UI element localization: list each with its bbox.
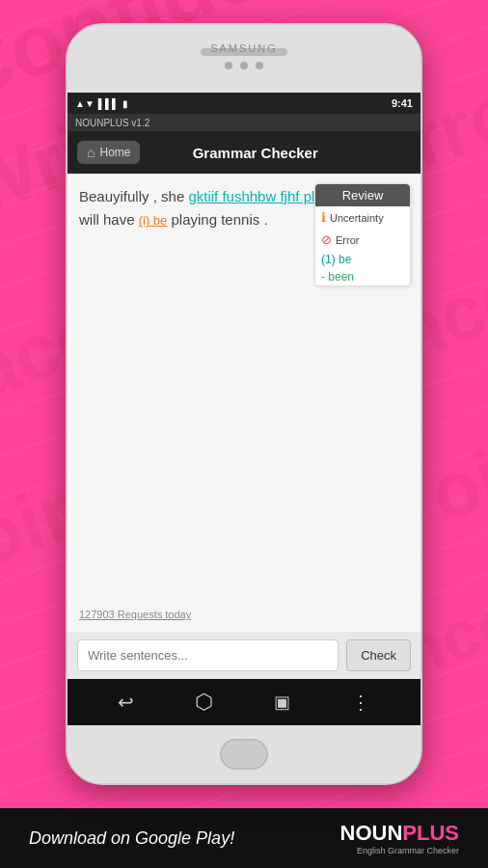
home-button[interactable]: ⌂ Home (77, 141, 140, 164)
brand-letter-n: N (340, 821, 356, 846)
status-icons: ▲▼ ▌▌▌ ▮ (75, 98, 128, 109)
uncertainty-label: Uncertainty (330, 212, 384, 224)
main-content: Beauyifully , she gktiif fushhbw fjhf pl… (68, 174, 420, 632)
review-panel: Review ℹ Uncertainty ⊘ Error (1) be - be… (314, 183, 411, 286)
sensor-camera (225, 62, 232, 69)
phone-top: SAMSUNG (68, 25, 420, 93)
action-bar: ⌂ Home Grammar Checker (68, 131, 420, 174)
status-time: 9:41 (392, 97, 413, 109)
banner-download-text: Download on Google Play! (29, 828, 234, 849)
phone-sensors (225, 62, 263, 69)
sensor-light (256, 62, 263, 69)
check-button[interactable]: Check (346, 639, 411, 671)
brand-subtitle: English Grammar Checker (357, 846, 459, 855)
navigation-bar: ↩ ⬡ ▣ ⋮ (68, 679, 420, 725)
review-item-error[interactable]: ⊘ Error (315, 229, 410, 251)
error-label: Error (336, 234, 359, 246)
brand-plus: PLUS (402, 821, 459, 846)
requests-count: 127903 Requests today (79, 609, 191, 620)
error-icon: ⊘ (321, 232, 332, 247)
wifi-icon: ▲▼ (75, 98, 95, 109)
review-item-uncertainty[interactable]: ℹ Uncertainty (315, 206, 410, 229)
brand-label: SAMSUNG (210, 42, 278, 54)
phone-bottom (68, 725, 420, 783)
bottom-banner: Download on Google Play! N OUN PLUS Engl… (0, 808, 488, 868)
sentence-part3: playing tennis . (167, 211, 267, 228)
battery-icon: ▮ (122, 98, 128, 109)
brand-oun: OUN (355, 821, 402, 846)
physical-home-button[interactable] (220, 739, 268, 770)
app-name-label: NOUNPLUS v1.2 (75, 118, 149, 128)
brand-logo: N OUN PLUS English Grammar Checker (340, 821, 459, 855)
sentence-input[interactable] (77, 639, 339, 671)
review-suggestion-be[interactable]: (1) be (315, 251, 410, 268)
home-button-label: Home (99, 146, 130, 159)
back-nav-icon[interactable]: ↩ (118, 691, 134, 714)
review-suggestion-been[interactable]: - been (315, 268, 410, 285)
signal-icon: ▌▌▌ (98, 98, 119, 109)
review-panel-header: Review (315, 184, 410, 206)
menu-nav-icon[interactable]: ⋮ (351, 691, 370, 714)
input-area: Check (68, 632, 420, 679)
app-title-bar: NOUNPLUS v1.2 (68, 114, 420, 131)
uncertainty-icon: ℹ (321, 210, 326, 225)
phone-frame: SAMSUNG ▲▼ ▌▌▌ ▮ 9:41 NOUNPLUS v1.2 ⌂ Ho… (66, 23, 422, 785)
recent-nav-icon[interactable]: ▣ (274, 692, 290, 713)
sensor-proximity (240, 62, 248, 69)
sentence-part1: Beauyifully , she (79, 188, 188, 204)
home-button-icon: ⌂ (87, 145, 95, 160)
home-nav-icon[interactable]: ⬡ (195, 690, 213, 715)
action-bar-title: Grammar Checker (148, 145, 411, 161)
suggestion-link[interactable]: (i) be (139, 213, 168, 228)
status-bar: ▲▼ ▌▌▌ ▮ 9:41 (68, 93, 420, 114)
